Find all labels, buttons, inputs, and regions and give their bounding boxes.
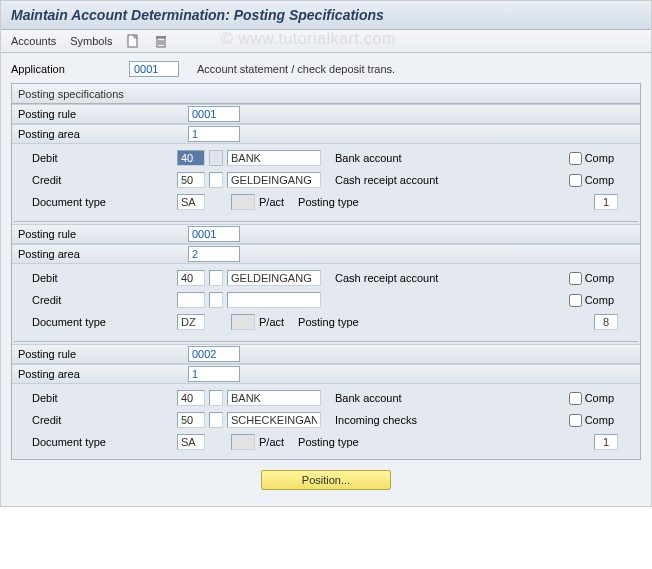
title-bar: Maintain Account Determination: Posting … [1,1,651,30]
comp-label: Comp [585,414,614,426]
posting-area-field[interactable] [188,366,240,382]
content-area: Application Account statement / check de… [1,53,651,506]
debit-label: Debit [18,392,173,404]
pact-label: P/act [259,436,284,448]
debit-comp-check[interactable] [569,392,582,405]
pact-field[interactable] [231,434,255,450]
credit-sub-field[interactable] [209,412,223,428]
pact-label: P/act [259,196,284,208]
doctype-label: Document type [18,196,173,208]
doctype-label: Document type [18,316,173,328]
posting-type-label: Posting type [298,196,359,208]
comp-label: Comp [585,294,614,306]
toolbar-symbols[interactable]: Symbols [70,35,112,47]
group-title-row: Posting specifications [12,84,640,104]
posting-rule-field[interactable] [188,226,240,242]
debit-row: Debit Bank account Comp [12,147,640,169]
debit-acct-field[interactable] [227,150,321,166]
posting-area-row: Posting area [12,364,640,384]
credit-row: Credit Comp [12,289,640,311]
pact-field[interactable] [231,314,255,330]
debit-acct-field[interactable] [227,270,321,286]
toolbar-accounts[interactable]: Accounts [11,35,56,47]
debit-key-field[interactable] [177,390,205,406]
doctype-row: Document type P/act Posting type [12,431,640,453]
credit-key-field[interactable] [177,172,205,188]
posting-type-label: Posting type [298,316,359,328]
watermark: © www.tutorialkart.com [221,30,396,48]
posting-rule-label: Posting rule [18,228,188,240]
debit-comp-check[interactable] [569,272,582,285]
credit-acct-field[interactable] [227,292,321,308]
doctype-row: Document type P/act Posting type [12,191,640,213]
doctype-field[interactable] [177,434,205,450]
credit-sub-field[interactable] [209,172,223,188]
debit-desc: Bank account [325,392,465,404]
comp-label: Comp [585,174,614,186]
pact-field[interactable] [231,194,255,210]
posting-rule-label: Posting rule [18,348,188,360]
debit-desc: Bank account [325,152,465,164]
debit-sub-field[interactable] [209,390,223,406]
footer: Position... [11,460,641,494]
debit-comp-check[interactable] [569,152,582,165]
debit-label: Debit [18,152,173,164]
posting-area-field[interactable] [188,246,240,262]
comp-label: Comp [585,272,614,284]
debit-row: Debit Bank account Comp [12,387,640,409]
credit-comp-check[interactable] [569,174,582,187]
debit-sub-field[interactable] [209,270,223,286]
divider [14,221,638,222]
credit-key-field[interactable] [177,292,205,308]
debit-label: Debit [18,272,173,284]
credit-key-field[interactable] [177,412,205,428]
posting-area-row: Posting area [12,244,640,264]
debit-key-field[interactable] [177,270,205,286]
posting-spec-group: Posting specifications Posting rule Post… [11,83,641,460]
posting-rule-row: Posting rule [12,344,640,364]
search-help-icon[interactable] [209,150,223,166]
divider [14,341,638,342]
posting-rule-label: Posting rule [18,108,188,120]
credit-sub-field[interactable] [209,292,223,308]
credit-acct-field[interactable] [227,172,321,188]
posting-area-field[interactable] [188,126,240,142]
posting-type-field[interactable] [594,314,618,330]
posting-rule-field[interactable] [188,346,240,362]
application-label: Application [11,63,121,75]
posting-rule-row: Posting rule [12,224,640,244]
group-title: Posting specifications [18,88,124,100]
comp-label: Comp [585,392,614,404]
credit-comp-check[interactable] [569,414,582,427]
credit-row: Credit Cash receipt account Comp [12,169,640,191]
posting-area-label: Posting area [18,248,188,260]
delete-icon[interactable] [154,34,168,48]
application-field[interactable] [129,61,179,77]
posting-type-field[interactable] [594,434,618,450]
doctype-label: Document type [18,436,173,448]
doctype-field[interactable] [177,314,205,330]
svg-rect-2 [156,36,166,38]
debit-key-field[interactable] [177,150,205,166]
credit-desc: Cash receipt account [325,174,465,186]
application-row: Application Account statement / check de… [11,61,641,77]
posting-rule-row: Posting rule [12,104,640,124]
credit-acct-field[interactable] [227,412,321,428]
toolbar: Accounts Symbols © www.tutorialkart.com [1,30,651,53]
debit-acct-field[interactable] [227,390,321,406]
posting-block: Debit Bank account Comp Credit Incoming … [12,384,640,459]
posting-type-label: Posting type [298,436,359,448]
credit-row: Credit Incoming checks Comp [12,409,640,431]
credit-label: Credit [18,414,173,426]
pact-label: P/act [259,316,284,328]
posting-type-field[interactable] [594,194,618,210]
new-icon[interactable] [126,34,140,48]
debit-row: Debit Cash receipt account Comp [12,267,640,289]
credit-comp-check[interactable] [569,294,582,307]
doctype-row: Document type P/act Posting type [12,311,640,333]
application-desc: Account statement / check deposit trans. [197,63,395,75]
doctype-field[interactable] [177,194,205,210]
posting-area-label: Posting area [18,368,188,380]
position-button[interactable]: Position... [261,470,391,490]
posting-rule-field[interactable] [188,106,240,122]
